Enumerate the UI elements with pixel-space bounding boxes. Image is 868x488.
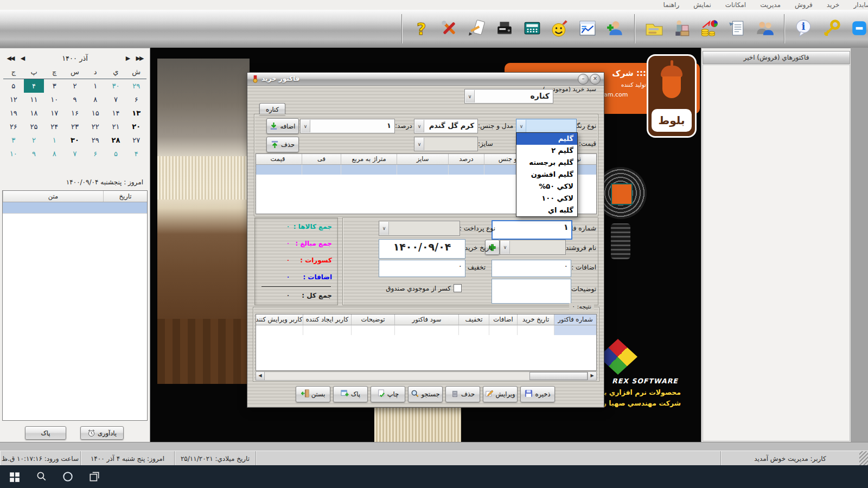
calendar-day[interactable]: ۲۷	[126, 133, 146, 147]
calendar-day[interactable]: ۱۸	[24, 106, 44, 120]
calendar-day[interactable]: ۱۳	[126, 106, 146, 120]
delete-button[interactable]: حذف	[445, 386, 480, 402]
calendar-day[interactable]: ۲۳	[65, 120, 85, 133]
cash-deduct-checkbox[interactable]	[454, 284, 462, 292]
calendar-day[interactable]: ۳۰	[65, 133, 85, 147]
basket-combo[interactable]: کناره	[464, 89, 553, 104]
delivery-button[interactable]	[671, 16, 693, 42]
info-button[interactable]: i	[793, 16, 815, 42]
calendar-day[interactable]: ۲۶	[3, 120, 24, 133]
write-note-button[interactable]	[465, 16, 488, 42]
tools-button[interactable]	[438, 16, 461, 42]
percent-combo[interactable]: ۱	[300, 119, 395, 133]
calendar-day[interactable]: ۳	[3, 133, 24, 147]
payment-type-combo[interactable]	[379, 221, 460, 236]
menu-item-2[interactable]: فروش	[795, 1, 813, 9]
users-button[interactable]	[754, 16, 776, 42]
chevron-down-icon[interactable]	[415, 120, 424, 132]
prev-year-button[interactable]: ◀◀	[4, 55, 16, 62]
calendar-day[interactable]: ۶	[126, 93, 146, 106]
scroll-left-button[interactable]: ◀	[256, 372, 265, 380]
dropdown-item[interactable]: گلیم	[516, 133, 577, 145]
calendar-day[interactable]: ۱۹	[3, 106, 24, 120]
chevron-down-icon[interactable]	[301, 120, 310, 132]
calendar-day[interactable]: ۲۵	[24, 120, 44, 133]
calendar-day[interactable]: ۷	[65, 147, 85, 160]
menu-item-4[interactable]: امکانات	[725, 1, 746, 9]
tab-kenareh[interactable]: کناره	[259, 103, 285, 115]
color-type-combo[interactable]	[516, 119, 577, 133]
chevron-down-icon[interactable]	[380, 222, 389, 235]
calendar-day[interactable]: ۱۰	[3, 147, 24, 160]
fax-button[interactable]	[493, 16, 516, 42]
seller-combo[interactable]	[500, 240, 566, 255]
next-month-button[interactable]: ▶	[122, 55, 133, 62]
smiley-button[interactable]	[548, 16, 571, 42]
dropdown-item[interactable]: گلیم افشون	[516, 169, 577, 181]
calendar-day[interactable]: ۱۰	[44, 93, 65, 106]
calendar-day[interactable]: ۵	[106, 147, 126, 160]
calendar-day[interactable]: ۲۲	[85, 120, 106, 133]
reminders-selected-row[interactable]	[3, 202, 147, 214]
exit-button[interactable]: بستن	[296, 386, 330, 402]
help-button[interactable]: ?	[410, 16, 433, 42]
menu-item-6[interactable]: راهنما	[663, 1, 680, 9]
save-button[interactable]: ذخیره	[520, 386, 555, 402]
add-user-button[interactable]	[604, 16, 627, 42]
discount-input[interactable]: ۰	[379, 260, 465, 277]
prev-month-button[interactable]: ◀	[16, 55, 28, 62]
additions-input[interactable]: ۰	[492, 260, 571, 277]
calendar-day[interactable]: ۲۹	[126, 79, 146, 93]
calendar-day[interactable]: ۴	[24, 79, 44, 93]
calendar-day[interactable]: ۵	[3, 79, 24, 93]
window-close-button[interactable]: ×	[590, 74, 601, 85]
menu-item-3[interactable]: مدیریت	[760, 1, 781, 9]
calendar-day[interactable]: ۲	[24, 133, 44, 147]
calendar-day[interactable]: ۲۹	[85, 133, 106, 147]
calendar-day[interactable]: ۱۱	[24, 93, 44, 106]
calendar-day[interactable]: ۹	[65, 93, 85, 106]
chevron-down-icon[interactable]	[517, 120, 526, 132]
calendar-day[interactable]: ۱۵	[85, 106, 106, 120]
calendar-day[interactable]: ۴	[126, 147, 146, 160]
menu-item-5[interactable]: نمایش	[693, 1, 711, 9]
chevron-down-icon[interactable]	[501, 241, 510, 254]
cortana-button[interactable]	[62, 471, 74, 483]
dropdown-item[interactable]: گلیم ۲	[516, 145, 577, 157]
chevron-down-icon[interactable]	[465, 90, 475, 102]
calendar-day[interactable]: ۲۸	[106, 133, 126, 147]
calendar-day[interactable]: ۸	[44, 147, 65, 160]
chevron-down-icon[interactable]	[415, 138, 424, 150]
result-table-row[interactable]	[256, 325, 596, 335]
task-view-button[interactable]	[88, 471, 100, 483]
calendar-day[interactable]: ۲۴	[44, 120, 65, 133]
calendar-day[interactable]: ۶	[85, 147, 106, 160]
taskbar-search-button[interactable]	[35, 471, 47, 483]
app-minimize-button[interactable]	[848, 16, 868, 42]
window-minimize-button[interactable]: –	[578, 74, 589, 85]
dropdown-item[interactable]: گلبه اي	[516, 204, 577, 216]
print-button[interactable]: چاپ	[371, 386, 405, 402]
key-button[interactable]	[820, 16, 843, 42]
notes-input[interactable]	[492, 279, 571, 304]
calendar-day[interactable]: ۱۴	[106, 106, 126, 120]
calendar-day[interactable]: ۲۰	[126, 120, 146, 133]
calculator-button[interactable]	[521, 16, 544, 42]
dropdown-item[interactable]: لاکي ۵۰%	[516, 181, 577, 192]
toolbox-button[interactable]	[643, 16, 666, 42]
calendar-day[interactable]: ۹	[24, 147, 44, 160]
edit-button[interactable]: ویرایش	[483, 386, 518, 402]
chart-window-button[interactable]	[576, 16, 599, 42]
calendar-day[interactable]: ۲	[65, 79, 85, 93]
purchase-date-input[interactable]: ۱۴۰۰/۰۹/۰۴	[379, 239, 465, 259]
calendar-day[interactable]: ۳	[44, 79, 65, 93]
add-item-button[interactable]: اضافه	[266, 118, 299, 134]
scroll-right-button[interactable]: ▶	[588, 372, 596, 380]
scroll-thumb[interactable]	[529, 372, 588, 380]
menu-item-0[interactable]: حسابدار	[853, 1, 868, 9]
calendar-day[interactable]: ۱	[44, 133, 65, 147]
size-combo[interactable]	[414, 137, 478, 151]
reminder-button[interactable]: یادآوری	[80, 426, 124, 440]
dropdown-item[interactable]: گلیم برجسته	[516, 157, 577, 169]
clear-reminders-button[interactable]: پاک	[25, 426, 66, 440]
